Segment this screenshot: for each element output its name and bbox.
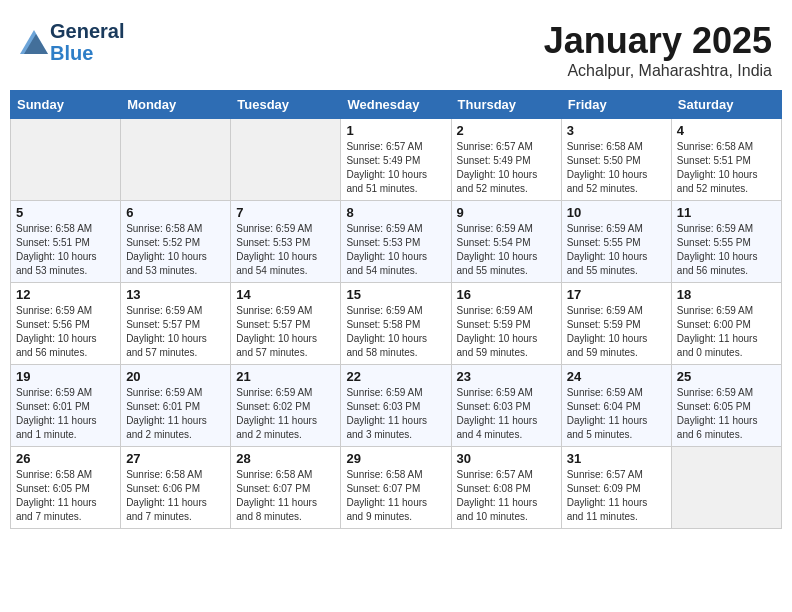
calendar-cell: 11Sunrise: 6:59 AMSunset: 5:55 PMDayligh… (671, 201, 781, 283)
calendar-cell: 19Sunrise: 6:59 AMSunset: 6:01 PMDayligh… (11, 365, 121, 447)
day-info: Sunrise: 6:59 AMSunset: 6:01 PMDaylight:… (126, 386, 225, 442)
day-info: Sunrise: 6:57 AMSunset: 5:49 PMDaylight:… (457, 140, 556, 196)
day-number: 6 (126, 205, 225, 220)
day-info: Sunrise: 6:59 AMSunset: 5:59 PMDaylight:… (457, 304, 556, 360)
calendar-table: SundayMondayTuesdayWednesdayThursdayFrid… (10, 90, 782, 529)
calendar-cell: 26Sunrise: 6:58 AMSunset: 6:05 PMDayligh… (11, 447, 121, 529)
day-number: 14 (236, 287, 335, 302)
day-info: Sunrise: 6:59 AMSunset: 5:54 PMDaylight:… (457, 222, 556, 278)
day-info: Sunrise: 6:59 AMSunset: 6:03 PMDaylight:… (457, 386, 556, 442)
weekday-header-monday: Monday (121, 91, 231, 119)
calendar-cell: 30Sunrise: 6:57 AMSunset: 6:08 PMDayligh… (451, 447, 561, 529)
location-title: Achalpur, Maharashtra, India (544, 62, 772, 80)
calendar-cell: 18Sunrise: 6:59 AMSunset: 6:00 PMDayligh… (671, 283, 781, 365)
calendar-cell: 1Sunrise: 6:57 AMSunset: 5:49 PMDaylight… (341, 119, 451, 201)
day-number: 16 (457, 287, 556, 302)
day-info: Sunrise: 6:59 AMSunset: 6:03 PMDaylight:… (346, 386, 445, 442)
calendar-cell: 17Sunrise: 6:59 AMSunset: 5:59 PMDayligh… (561, 283, 671, 365)
calendar-cell: 28Sunrise: 6:58 AMSunset: 6:07 PMDayligh… (231, 447, 341, 529)
weekday-header-tuesday: Tuesday (231, 91, 341, 119)
day-number: 13 (126, 287, 225, 302)
day-info: Sunrise: 6:58 AMSunset: 6:07 PMDaylight:… (236, 468, 335, 524)
day-info: Sunrise: 6:57 AMSunset: 5:49 PMDaylight:… (346, 140, 445, 196)
calendar-cell: 31Sunrise: 6:57 AMSunset: 6:09 PMDayligh… (561, 447, 671, 529)
day-number: 7 (236, 205, 335, 220)
day-info: Sunrise: 6:57 AMSunset: 6:09 PMDaylight:… (567, 468, 666, 524)
day-number: 23 (457, 369, 556, 384)
calendar-cell: 15Sunrise: 6:59 AMSunset: 5:58 PMDayligh… (341, 283, 451, 365)
calendar-cell (231, 119, 341, 201)
day-number: 31 (567, 451, 666, 466)
day-info: Sunrise: 6:59 AMSunset: 5:53 PMDaylight:… (236, 222, 335, 278)
logo-icon (20, 30, 48, 54)
logo: General Blue (20, 20, 124, 64)
day-number: 21 (236, 369, 335, 384)
day-info: Sunrise: 6:59 AMSunset: 5:55 PMDaylight:… (677, 222, 776, 278)
day-number: 8 (346, 205, 445, 220)
calendar-cell: 21Sunrise: 6:59 AMSunset: 6:02 PMDayligh… (231, 365, 341, 447)
calendar-cell: 5Sunrise: 6:58 AMSunset: 5:51 PMDaylight… (11, 201, 121, 283)
calendar-cell: 6Sunrise: 6:58 AMSunset: 5:52 PMDaylight… (121, 201, 231, 283)
day-number: 27 (126, 451, 225, 466)
calendar-cell: 23Sunrise: 6:59 AMSunset: 6:03 PMDayligh… (451, 365, 561, 447)
day-number: 15 (346, 287, 445, 302)
calendar-cell: 10Sunrise: 6:59 AMSunset: 5:55 PMDayligh… (561, 201, 671, 283)
day-info: Sunrise: 6:59 AMSunset: 5:53 PMDaylight:… (346, 222, 445, 278)
weekday-header-saturday: Saturday (671, 91, 781, 119)
day-info: Sunrise: 6:58 AMSunset: 6:07 PMDaylight:… (346, 468, 445, 524)
day-number: 26 (16, 451, 115, 466)
logo-text: General Blue (50, 20, 124, 64)
day-number: 20 (126, 369, 225, 384)
calendar-cell: 7Sunrise: 6:59 AMSunset: 5:53 PMDaylight… (231, 201, 341, 283)
calendar-cell: 16Sunrise: 6:59 AMSunset: 5:59 PMDayligh… (451, 283, 561, 365)
calendar-cell: 2Sunrise: 6:57 AMSunset: 5:49 PMDaylight… (451, 119, 561, 201)
day-number: 19 (16, 369, 115, 384)
weekday-header-friday: Friday (561, 91, 671, 119)
weekday-header-thursday: Thursday (451, 91, 561, 119)
day-number: 12 (16, 287, 115, 302)
day-number: 5 (16, 205, 115, 220)
page-header: General Blue January 2025 Achalpur, Maha… (10, 10, 782, 85)
weekday-header-row: SundayMondayTuesdayWednesdayThursdayFrid… (11, 91, 782, 119)
day-info: Sunrise: 6:58 AMSunset: 5:51 PMDaylight:… (16, 222, 115, 278)
day-info: Sunrise: 6:59 AMSunset: 6:01 PMDaylight:… (16, 386, 115, 442)
day-number: 28 (236, 451, 335, 466)
calendar-cell (671, 447, 781, 529)
calendar-cell: 4Sunrise: 6:58 AMSunset: 5:51 PMDaylight… (671, 119, 781, 201)
day-info: Sunrise: 6:59 AMSunset: 6:00 PMDaylight:… (677, 304, 776, 360)
calendar-cell: 22Sunrise: 6:59 AMSunset: 6:03 PMDayligh… (341, 365, 451, 447)
day-number: 3 (567, 123, 666, 138)
day-info: Sunrise: 6:58 AMSunset: 5:50 PMDaylight:… (567, 140, 666, 196)
day-number: 2 (457, 123, 556, 138)
calendar-week-row: 12Sunrise: 6:59 AMSunset: 5:56 PMDayligh… (11, 283, 782, 365)
calendar-cell: 20Sunrise: 6:59 AMSunset: 6:01 PMDayligh… (121, 365, 231, 447)
day-number: 17 (567, 287, 666, 302)
day-info: Sunrise: 6:58 AMSunset: 5:52 PMDaylight:… (126, 222, 225, 278)
day-info: Sunrise: 6:59 AMSunset: 6:02 PMDaylight:… (236, 386, 335, 442)
day-info: Sunrise: 6:58 AMSunset: 6:05 PMDaylight:… (16, 468, 115, 524)
day-info: Sunrise: 6:59 AMSunset: 5:59 PMDaylight:… (567, 304, 666, 360)
day-number: 4 (677, 123, 776, 138)
day-number: 1 (346, 123, 445, 138)
day-number: 25 (677, 369, 776, 384)
calendar-week-row: 5Sunrise: 6:58 AMSunset: 5:51 PMDaylight… (11, 201, 782, 283)
calendar-cell: 3Sunrise: 6:58 AMSunset: 5:50 PMDaylight… (561, 119, 671, 201)
day-info: Sunrise: 6:59 AMSunset: 6:04 PMDaylight:… (567, 386, 666, 442)
day-number: 9 (457, 205, 556, 220)
calendar-cell: 13Sunrise: 6:59 AMSunset: 5:57 PMDayligh… (121, 283, 231, 365)
weekday-header-wednesday: Wednesday (341, 91, 451, 119)
calendar-cell: 25Sunrise: 6:59 AMSunset: 6:05 PMDayligh… (671, 365, 781, 447)
calendar-week-row: 26Sunrise: 6:58 AMSunset: 6:05 PMDayligh… (11, 447, 782, 529)
calendar-cell: 8Sunrise: 6:59 AMSunset: 5:53 PMDaylight… (341, 201, 451, 283)
calendar-cell: 24Sunrise: 6:59 AMSunset: 6:04 PMDayligh… (561, 365, 671, 447)
day-info: Sunrise: 6:59 AMSunset: 5:55 PMDaylight:… (567, 222, 666, 278)
day-info: Sunrise: 6:59 AMSunset: 6:05 PMDaylight:… (677, 386, 776, 442)
calendar-cell (121, 119, 231, 201)
calendar-cell: 14Sunrise: 6:59 AMSunset: 5:57 PMDayligh… (231, 283, 341, 365)
day-info: Sunrise: 6:58 AMSunset: 6:06 PMDaylight:… (126, 468, 225, 524)
day-info: Sunrise: 6:58 AMSunset: 5:51 PMDaylight:… (677, 140, 776, 196)
weekday-header-sunday: Sunday (11, 91, 121, 119)
day-number: 24 (567, 369, 666, 384)
day-number: 30 (457, 451, 556, 466)
day-number: 22 (346, 369, 445, 384)
